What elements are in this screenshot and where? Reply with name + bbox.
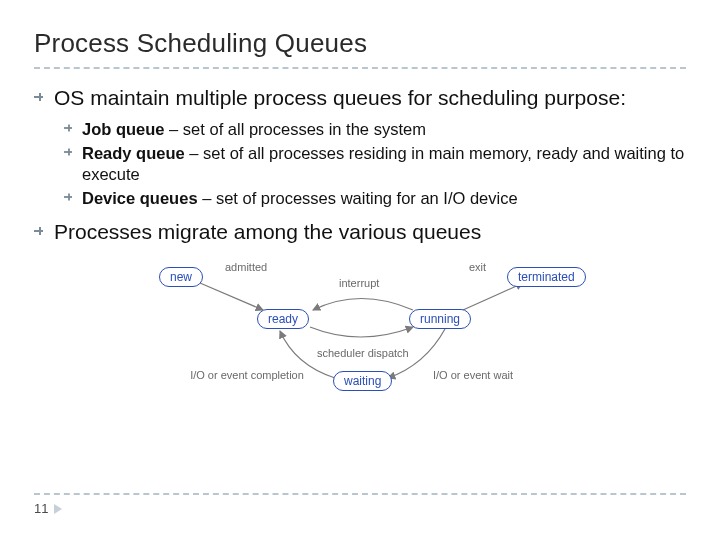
edge-label-admitted: admitted [225,261,267,273]
sub-text: Ready queue – set of all processes resid… [82,143,686,184]
sub-list: Job queue – set of all processes in the … [64,119,686,210]
state-node-new: new [159,267,203,287]
title-divider [34,67,686,69]
bullet-item: Processes migrate among the various queu… [34,219,686,245]
term-rest: – set of processes waiting for an I/O de… [198,189,518,207]
state-node-running: running [409,309,471,329]
bullet-icon [64,192,82,202]
term-bold: Device queues [82,189,198,207]
bullet-icon [34,225,54,237]
edge-label-exit: exit [469,261,486,273]
bullet-icon [34,91,54,103]
term-bold: Job queue [82,120,165,138]
state-node-terminated: terminated [507,267,586,287]
state-diagram: new ready running terminated waiting adm… [145,255,575,405]
footer-inner: 11 [34,501,686,516]
sub-text: Device queues – set of processes waiting… [82,188,686,209]
edge-label-io-done: I/O or event completion [187,369,307,381]
term-bold: Ready queue [82,144,185,162]
bullet-text: Processes migrate among the various queu… [54,219,686,245]
edge-label-interrupt: interrupt [339,277,379,289]
bullet-text: OS maintain multiple process queues for … [54,85,686,111]
edge-label-dispatch: scheduler dispatch [317,347,409,359]
state-node-waiting: waiting [333,371,392,391]
play-icon [54,504,62,514]
bullet-icon [64,123,82,133]
sub-item: Device queues – set of processes waiting… [64,188,686,209]
slide-title: Process Scheduling Queues [34,28,686,59]
sub-item: Job queue – set of all processes in the … [64,119,686,140]
page-number: 11 [34,501,48,516]
footer: 11 [34,493,686,516]
edge-label-io-wait: I/O or event wait [423,369,523,381]
sub-text: Job queue – set of all processes in the … [82,119,686,140]
content: OS maintain multiple process queues for … [34,85,686,245]
footer-divider [34,493,686,495]
bullet-item: OS maintain multiple process queues for … [34,85,686,111]
state-node-ready: ready [257,309,309,329]
slide: Process Scheduling Queues OS maintain mu… [0,0,720,540]
bullet-icon [64,147,82,157]
sub-item: Ready queue – set of all processes resid… [64,143,686,184]
term-rest: – set of all processes in the system [165,120,426,138]
